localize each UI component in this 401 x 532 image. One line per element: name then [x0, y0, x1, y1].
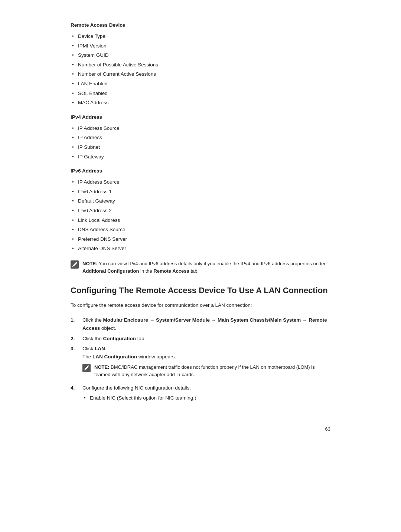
list-item: IPv6 Address 1 [71, 187, 330, 197]
step-4-text: Configure the following NIC configuratio… [82, 385, 191, 391]
list-item: IP Subnet [71, 142, 330, 152]
ipv6-address-heading: IPv6 Address [71, 168, 330, 174]
remote-access-device-heading: Remote Access Device [71, 22, 330, 28]
intro-text: To configure the remote access device fo… [71, 301, 330, 309]
step-3-text: Click LAN. [82, 346, 107, 351]
list-item: SOL Enabled [71, 89, 330, 98]
step-3-num: 3. [71, 345, 75, 353]
ipv4-address-heading: IPv4 Address [71, 114, 330, 120]
note-icon [71, 260, 79, 269]
list-item: Number of Possible Active Sessions [71, 60, 330, 70]
remote-access-device-list: Device Type IPMI Version System GUID Num… [71, 32, 330, 108]
step-4-sub-list: Enable NIC (Select this option for NIC t… [82, 393, 330, 403]
list-item: IPv6 Address 2 [71, 206, 330, 216]
ipv6-address-section: IPv6 Address IP Address Source IPv6 Addr… [71, 168, 330, 253]
step-1-text: Click the Modular Enclosure → System/Ser… [82, 317, 327, 331]
remote-access-device-section: Remote Access Device Device Type IPMI Ve… [71, 22, 330, 108]
note-bold1: Additional Configuration [82, 268, 139, 274]
list-item: Preferred DNS Server [71, 234, 330, 244]
list-item: IP Address Source [71, 177, 330, 187]
step-2-bold1: Configuration [103, 336, 136, 341]
list-item: MAC Address [71, 98, 330, 108]
note-ipv4-ipv6: NOTE: You can view IPv4 and IPv6 address… [71, 260, 330, 275]
ipv4-address-list: IP Address Source IP Address IP Subnet I… [71, 124, 330, 161]
page-number: 63 [71, 426, 330, 432]
list-item: Alternate DNS Server [71, 244, 330, 253]
pencil-icon [72, 262, 77, 267]
steps-list: 1. Click the Modular Enclosure → System/… [71, 315, 330, 404]
step-3-note-label: NOTE: [94, 364, 109, 370]
list-item: Number of Current Active Sessions [71, 69, 330, 79]
step-1-num: 1. [71, 316, 75, 324]
note-label: NOTE: [82, 261, 97, 266]
step-3: 3. Click LAN. The LAN Configuration wind… [71, 344, 330, 382]
list-item: IP Address Source [71, 124, 330, 133]
step-1: 1. Click the Modular Enclosure → System/… [71, 315, 330, 333]
step-3-sub-bold: LAN Configuration [92, 354, 137, 359]
step-1-bold2: System/Server Module [156, 317, 210, 323]
note-text: NOTE: You can view IPv4 and IPv6 address… [82, 260, 330, 275]
step-3-note: NOTE: BMC/iDRAC management traffic does … [82, 364, 330, 378]
list-item: IPMI Version [71, 41, 330, 51]
list-item: DNS Address Source [71, 225, 330, 234]
list-item: Enable NIC (Select this option for NIC t… [82, 393, 330, 403]
step-3-bold1: LAN [95, 346, 105, 351]
step-1-bold1: Modular Enclosure [103, 317, 149, 323]
list-item: Link Local Address [71, 216, 330, 225]
step-2-num: 2. [71, 335, 75, 343]
step-2-text: Click the Configuration tab. [82, 336, 146, 341]
list-item: Device Type [71, 32, 330, 41]
list-item: System GUID [71, 50, 330, 60]
step-3-note-icon [82, 364, 91, 372]
ipv4-address-section: IPv4 Address IP Address Source IP Addres… [71, 114, 330, 161]
pencil-icon-2 [84, 365, 89, 371]
list-item: Default Gateway [71, 196, 330, 206]
list-item: IP Gateway [71, 152, 330, 162]
step-3-sub-text: The LAN Configuration window appears. [82, 354, 176, 359]
ipv6-address-list: IP Address Source IPv6 Address 1 Default… [71, 177, 330, 253]
step-1-bold3: Main System Chassis/Main System [218, 317, 301, 323]
list-item: LAN Enabled [71, 79, 330, 89]
step-4: 4. Configure the following NIC configura… [71, 383, 330, 404]
step-3-note-text: NOTE: BMC/iDRAC management traffic does … [94, 364, 330, 378]
step-2: 2. Click the Configuration tab. [71, 334, 330, 344]
note-bold2: Remote Access [153, 268, 189, 274]
main-section-heading: Configuring The Remote Access Device To … [71, 285, 330, 296]
step-4-num: 4. [71, 384, 75, 392]
list-item: IP Address [71, 133, 330, 142]
